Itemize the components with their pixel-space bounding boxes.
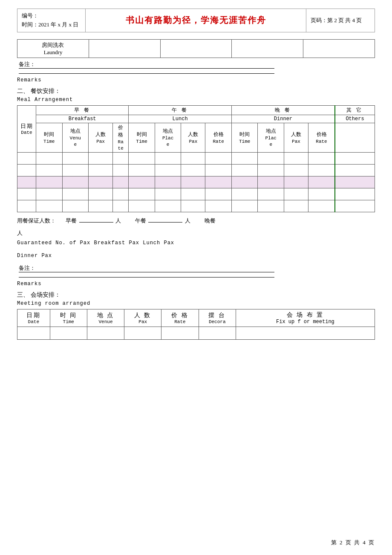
others-header-cn: 其 它 xyxy=(335,105,375,115)
date-header: 日期 Date xyxy=(17,105,36,152)
b-pax-header: 人数Pax xyxy=(89,123,113,152)
header-left: 编号： 时间：2021 年 x 月 x 日 xyxy=(17,9,86,32)
l-rate-header: 价格Rate xyxy=(205,123,232,152)
table-row xyxy=(17,200,375,212)
table-row xyxy=(17,164,375,176)
b-venue-header: 地点Venue xyxy=(62,123,89,152)
meeting-rate-cn: 价 格 Rate xyxy=(161,309,199,327)
laundry-cell-2 xyxy=(160,39,232,58)
meeting-table: 日期 Date 时 间 Time 地 点 Venue 人 数 Pax 价 格 xyxy=(17,309,375,340)
page-header: 编号： 时间：2021 年 x 月 x 日 书山有路勤为径，学海无涯苦作舟 页码… xyxy=(17,9,375,32)
b-rate-header: 价格Rate xyxy=(113,123,129,152)
dinner-header-cn: 晚 餐 xyxy=(231,105,335,115)
laundry-table: 房间洗衣 Laundry xyxy=(17,39,375,58)
header-page-info: 页码：第 2 页 共 4 页 xyxy=(306,9,375,32)
remarks2-cn: 备注： xyxy=(17,264,375,279)
others-header-en: Others xyxy=(335,115,375,123)
section3-title: 三、 会场安排： xyxy=(17,291,375,299)
d-rate-header: 价格Rate xyxy=(308,123,335,152)
meeting-time-cn: 时 间 Time xyxy=(50,309,87,327)
meeting-fixup-cn: 会 场 布 置 Fix up f or meeting xyxy=(236,309,375,327)
breakfast-header-cn: 早 餐 xyxy=(36,105,129,115)
d-pax-header: 人数Pax xyxy=(284,123,308,152)
section2-title-text: 二、 餐饮安排： xyxy=(17,87,61,95)
section2-title-en: Meal Arrangement xyxy=(17,97,375,103)
section2-title: 二、 餐饮安排： xyxy=(17,87,375,95)
laundry-cell-3 xyxy=(232,39,303,58)
section3-title-text: 三、 会场安排： xyxy=(17,291,61,299)
d-venue-header: 地点Place xyxy=(258,123,284,152)
guaranteed-cn2: 人 xyxy=(17,228,375,238)
guaranteed-cn: 用餐保证人数： 早餐 人 午餐 人 晚餐 xyxy=(17,216,375,225)
remarks1-en: Remarks xyxy=(17,77,375,83)
time-label: 时间：2021 年 x 月 x 日 xyxy=(22,20,81,29)
motto-text: 书山有路勤为径，学海无涯苦作舟 xyxy=(126,14,266,26)
laundry-label: 房间洗衣 Laundry xyxy=(17,39,89,58)
meeting-row xyxy=(17,327,375,339)
laundry-cell-4 xyxy=(303,39,375,58)
lunch-header-cn: 午 餐 xyxy=(129,105,232,115)
l-venue-header: 地点Place xyxy=(155,123,181,152)
table-row xyxy=(17,176,375,188)
guaranteed-en2: Dinner Pax xyxy=(17,251,375,261)
table-row xyxy=(17,152,375,164)
d-time-header: 时间Time xyxy=(231,123,258,152)
id-label: 编号： xyxy=(22,12,81,20)
meeting-venue-cn: 地 点 Venue xyxy=(87,309,124,327)
remarks1-cn: 备注： xyxy=(17,61,375,75)
breakfast-header-en: Breakfast xyxy=(36,115,129,123)
table-row xyxy=(17,188,375,200)
l-time-header: 时间Time xyxy=(129,123,155,152)
meeting-decora-cn: 摆 台 Decora xyxy=(199,309,236,327)
header-motto: 书山有路勤为径，学海无涯苦作舟 xyxy=(86,9,306,32)
lunch-header-en: Lunch xyxy=(129,115,232,123)
page-footer: 第 2 页 共 4 页 xyxy=(331,539,375,546)
laundry-cell-1 xyxy=(89,39,160,58)
page: 编号： 时间：2021 年 x 月 x 日 书山有路勤为径，学海无涯苦作舟 页码… xyxy=(0,0,392,555)
section3-title-en: Meeting room arranged xyxy=(17,301,375,306)
l-pax-header: 人数Pax xyxy=(181,123,205,152)
guaranteed-en1: Guaranteed No. of Pax Breakfast Pax Lunc… xyxy=(17,239,375,248)
meal-table: 日期 Date 早 餐 午 餐 晚 餐 其 它 Breakfast Lunch … xyxy=(17,105,375,212)
others-sub-header xyxy=(335,123,375,152)
dinner-header-en: Dinner xyxy=(231,115,335,123)
meeting-pax-cn: 人 数 Pax xyxy=(124,309,161,327)
meeting-date-cn: 日期 Date xyxy=(17,309,50,327)
b-time-header: 时间Time xyxy=(36,123,63,152)
remarks2-en: Remarks xyxy=(17,281,375,287)
